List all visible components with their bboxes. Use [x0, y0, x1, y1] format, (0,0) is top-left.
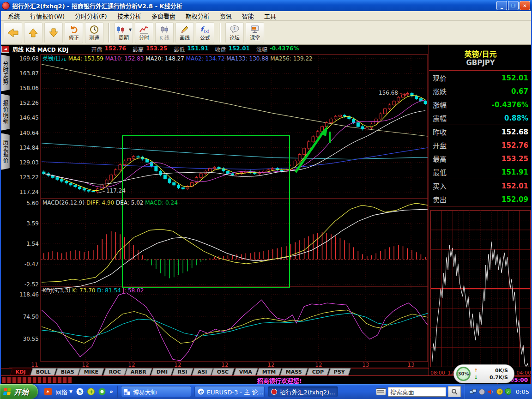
kline-button[interactable]: K 线: [155, 22, 174, 43]
close-button[interactable]: ✕: [520, 1, 530, 10]
menu-item-2[interactable]: 分时分析(F): [70, 12, 112, 20]
skype-icon[interactable]: S: [76, 388, 84, 395]
indicator-tab-MTM[interactable]: MTM: [256, 368, 282, 375]
svg-text:12: 12: [82, 362, 89, 368]
sidebar-tab-2[interactable]: 历史报价: [1, 133, 10, 170]
menu-item-1[interactable]: 行情报价(W): [25, 12, 70, 20]
search-magnifier-icon[interactable]: [448, 386, 461, 397]
task-button-label: 招行外汇2(fxhq2)...: [280, 387, 335, 396]
messenger-icon[interactable]: [98, 388, 106, 395]
svg-text:117.24: 117.24: [19, 189, 39, 195]
menu-item-0[interactable]: 系统: [3, 12, 25, 20]
correct-button[interactable]: 修正: [65, 22, 83, 43]
summary-label: 最低: [174, 45, 185, 53]
quote-label: 昨收: [433, 127, 447, 137]
start-button[interactable]: 开始: [0, 384, 38, 399]
indicator-tab-DMI[interactable]: DMI: [151, 368, 174, 375]
menu-item-7[interactable]: 智能: [237, 12, 259, 20]
indicator-tab-BOLL[interactable]: BOLL: [30, 368, 56, 375]
quote-label: 现价: [433, 73, 447, 83]
sidebar-tab-1[interactable]: 报价明细: [1, 94, 10, 131]
indicator-tab-OSC[interactable]: OSC: [212, 368, 235, 375]
up-button[interactable]: [24, 22, 42, 43]
antivirus-tray-icon[interactable]: +: [496, 388, 503, 395]
toolbar-separator: [219, 23, 221, 42]
drawline-button[interactable]: 画线: [175, 22, 194, 43]
formula-button-label: 公式: [200, 36, 210, 41]
svg-text:1.54: 1.54: [26, 241, 39, 247]
network-caret-icon[interactable]: ▼: [69, 389, 73, 394]
quote-panel: 英镑/日元 GBPJPY 现价152.01涨跌0.67涨幅-0.4376%震幅0…: [429, 45, 532, 375]
task-button-1[interactable]: eEURUSD-3 - 主 论...: [194, 386, 265, 397]
svg-text:+: +: [498, 389, 502, 394]
indicator-tab-ROC[interactable]: ROC: [103, 368, 127, 375]
indicator-tab-BIAS[interactable]: BIAS: [55, 368, 80, 375]
window-title: 招行外汇2(fxhq2) - 招商银行外汇通行情分析V2.8 - K线分析: [12, 1, 496, 10]
network-tray-icon[interactable]: [470, 389, 477, 395]
indicator-tab-MIKE[interactable]: MIKE: [79, 368, 104, 375]
forum-button[interactable]: t论坛: [225, 22, 244, 43]
task-button-label: EURUSD-3 - 主 论...: [207, 387, 264, 396]
shield-tray-icon[interactable]: ✓: [505, 388, 511, 395]
desktop: 招行外汇2(fxhq2) - 招商银行外汇通行情分析V2.8 - K线分析 _ …: [0, 0, 532, 399]
symbol-code: GBPJPY: [429, 59, 532, 71]
indicator-tab-CDP[interactable]: CDP: [306, 368, 329, 375]
svg-text:118.46: 118.46: [19, 291, 39, 298]
search-input[interactable]: [388, 387, 446, 397]
quick-launch-overflow[interactable]: »: [109, 388, 113, 395]
bank-logo: [2, 377, 72, 383]
indicator-tab-ARBR[interactable]: ARBR: [125, 368, 152, 375]
svg-text:✓: ✓: [507, 390, 510, 394]
quote-value: 0.67: [511, 87, 528, 96]
indicator-tab-ASI[interactable]: ASI: [192, 368, 213, 375]
down-button[interactable]: [44, 22, 63, 43]
back-button[interactable]: [4, 22, 22, 43]
panel-toggle-icon[interactable]: ◄: [1, 46, 9, 53]
summary-value: 151.91: [187, 45, 208, 53]
quick-launch: ✶ 网络 ▼ S + »: [40, 386, 118, 398]
boyi-icon: [124, 389, 130, 395]
menu-item-5[interactable]: 期权分析: [181, 12, 215, 20]
volume-tray-icon[interactable]: [487, 389, 494, 395]
menu-item-4[interactable]: 多窗看盘: [146, 12, 181, 20]
menu-item-6[interactable]: 资讯: [215, 12, 237, 20]
intraday-button[interactable]: 分时: [135, 22, 153, 43]
indicator-tab-label: RSI: [178, 369, 187, 375]
launcher-icon[interactable]: ✶: [44, 388, 52, 395]
svg-text:KDJ(9,3,3) K: 73.70 D: 81.54: KDJ(9,3,3) K: 73.70 D: 81.54 J: 58.02: [42, 287, 144, 294]
indicator-tab-VMA[interactable]: VMA: [233, 368, 258, 375]
quote-value: 152.09: [502, 195, 528, 204]
quote-label: 最高: [433, 154, 447, 163]
formula-button[interactable]: f(x)公式: [196, 22, 214, 43]
speedtest-button[interactable]: 测速: [85, 22, 103, 43]
keyboard-icon[interactable]: [376, 388, 386, 395]
indicator-tab-label: ROC: [109, 369, 121, 375]
indicator-tab-bar: KDJBOLLBIASMIKEROCARBRDMIRSIASIOSCVMAMTM…: [0, 368, 429, 375]
quote-value: 152.01: [502, 74, 528, 82]
quote-label: 震幅: [433, 113, 447, 123]
menu-item-3[interactable]: 技术分析: [112, 12, 146, 20]
restore-button[interactable]: ❐: [508, 1, 519, 10]
window-controls: _ ❐ ✕: [496, 1, 530, 10]
sidebar-tab-0[interactable]: 分时走势: [1, 54, 10, 91]
cmb-icon: [271, 389, 277, 395]
indicator-tab-MASS[interactable]: MASS: [280, 368, 308, 375]
symbol-name: 英镑/日元: [429, 45, 532, 59]
menu-item-8[interactable]: 工具: [259, 12, 281, 20]
svg-text:140.64: 140.64: [19, 130, 39, 136]
indicator-tab-label: BOLL: [36, 369, 51, 375]
indicator-tab-RSI[interactable]: RSI: [172, 368, 193, 375]
task-button-0[interactable]: 博易大师: [121, 386, 191, 397]
messenger-tray-icon[interactable]: [479, 389, 485, 395]
chart-mode-title: 周线 K线 MACD KDJ: [12, 45, 69, 53]
quote-value: 152.68: [502, 128, 528, 136]
indicator-tab-PSY[interactable]: PSY: [328, 368, 351, 375]
plus-app-icon[interactable]: +: [87, 388, 95, 395]
classroom-button[interactable]: 课堂: [246, 22, 264, 43]
minimize-button[interactable]: _: [496, 1, 507, 10]
task-button-2[interactable]: 招行外汇2(fxhq2)...: [268, 386, 338, 397]
indicator-tab-KDJ[interactable]: KDJ: [10, 368, 31, 375]
network-menu[interactable]: 网络: [55, 387, 67, 396]
period-button[interactable]: ▼周期: [115, 22, 133, 43]
title-bar[interactable]: 招行外汇2(fxhq2) - 招商银行外汇通行情分析V2.8 - K线分析 _ …: [0, 0, 532, 11]
